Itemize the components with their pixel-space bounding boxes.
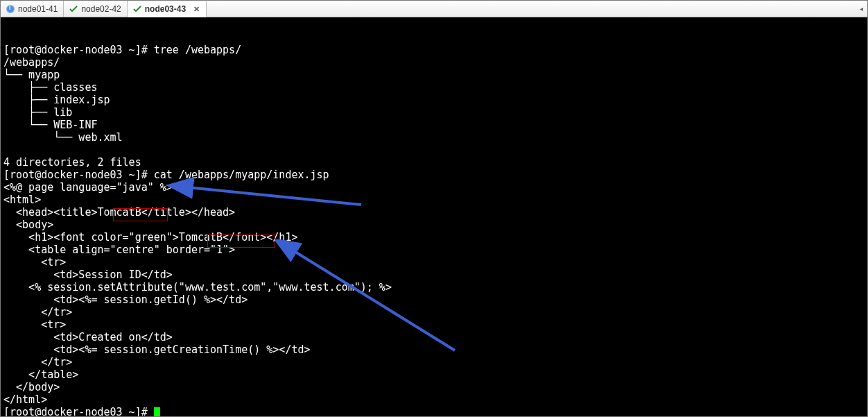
tab-node03[interactable]: node03-43 ✕ (128, 1, 207, 17)
terminal-line: <td>Created on</td> (3, 331, 865, 343)
terminal-line: </tr> (3, 356, 865, 368)
terminal-window: node01-41 node02-42 node03-43 ✕ ◂ [root@… (0, 0, 868, 417)
tab-node01[interactable]: node01-41 (1, 1, 64, 17)
terminal-line: └── myapp (3, 69, 865, 81)
terminal-line: <table align="centre" border="1"> (3, 244, 865, 256)
tab-label: node02-42 (81, 4, 121, 14)
terminal-line: <body> (3, 219, 865, 231)
tab-label: node01-41 (18, 4, 58, 14)
terminal-line: </table> (3, 368, 865, 381)
terminal-line: /webapps/ (3, 56, 865, 69)
terminal-line: <tr> (3, 256, 865, 269)
cursor (154, 407, 160, 416)
terminal-line: </body> (3, 381, 865, 393)
terminal-line: <td>Session ID</td> (3, 269, 865, 281)
terminal-line: 4 directories, 2 files (3, 156, 865, 169)
terminal-line: <tr> (3, 318, 865, 331)
terminal-line: [root@docker-node03 ~]# cat /webapps/mya… (3, 169, 865, 181)
tab-node02[interactable]: node02-42 (64, 1, 127, 17)
terminal-line: <h1><font color="green">TomcatB</font></… (3, 231, 865, 244)
terminal-line: [root@docker-node03 ~]# (3, 406, 865, 416)
terminal-line: └── web.xml (3, 131, 865, 144)
terminal-line: └── WEB-INF (3, 119, 865, 131)
tab-label: node03-43 (145, 4, 186, 14)
terminal-line: ├── index.jsp (3, 94, 865, 106)
terminal-area[interactable]: [root@docker-node03 ~]# tree /webapps//w… (1, 17, 867, 416)
terminal-line: <head><title>TomcatB</title></head> (3, 206, 865, 219)
info-icon (6, 5, 15, 13)
check-icon (133, 5, 141, 13)
terminal-line: ├── classes (3, 81, 865, 94)
tabbar-arrow-icon[interactable]: ◂ (855, 1, 867, 17)
terminal-line: </tr> (3, 306, 865, 318)
terminal-line: ├── lib (3, 106, 865, 119)
terminal-line: </html> (3, 393, 865, 406)
tab-bar: node01-41 node02-42 node03-43 ✕ ◂ (1, 1, 867, 17)
check-icon (69, 5, 78, 13)
terminal-line: <td><%= session.getId() %></td> (3, 293, 865, 306)
terminal-line: <html> (3, 194, 865, 206)
close-icon[interactable]: ✕ (192, 5, 200, 13)
terminal-line: <td><%= session.getCreationTime() %></td… (3, 343, 865, 356)
terminal-line: <% session.setAttribute("www.test.com","… (3, 281, 865, 293)
terminal-line: <%@ page language="java" %> (3, 181, 865, 194)
terminal-line: [root@docker-node03 ~]# tree /webapps/ (3, 44, 865, 56)
terminal-line (3, 144, 865, 156)
